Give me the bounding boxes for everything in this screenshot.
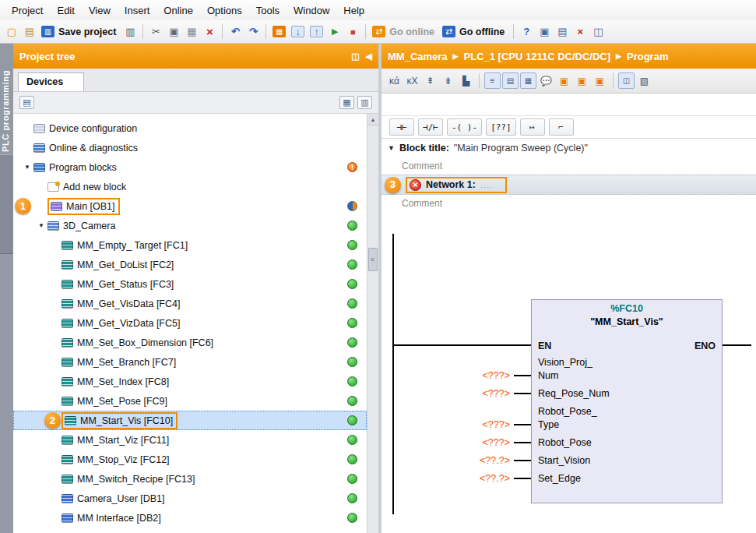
tree-item[interactable]: MM_Set_Box_Dimension [FC6] xyxy=(13,333,367,352)
details-view-icon[interactable]: ▦ xyxy=(339,96,354,109)
delete-icon[interactable]: × xyxy=(201,23,218,41)
cut-icon[interactable]: ✂ xyxy=(147,23,164,41)
tree-item[interactable]: 2MM_Start_Vis [FC10] xyxy=(13,411,367,430)
menu-options[interactable]: Options xyxy=(200,5,249,16)
tree-item[interactable]: Add new block xyxy=(13,177,367,196)
tab-devices[interactable]: Devices xyxy=(18,72,84,91)
copy-icon[interactable]: ▣ xyxy=(165,23,182,41)
tree-item[interactable]: ▼3D_Camera xyxy=(13,216,367,235)
tree-item[interactable]: Online & diagnostics xyxy=(13,138,367,157)
menu-tools[interactable]: Tools xyxy=(249,5,287,16)
expander-icon[interactable]: ▼ xyxy=(35,222,47,229)
split-view-icon[interactable]: ◫ xyxy=(618,72,635,89)
pin-operand[interactable]: <???> xyxy=(483,419,510,430)
ladder-tool-3[interactable]: [??] xyxy=(486,118,516,136)
tree-item[interactable]: MM_Switch_Recipe [FC13] xyxy=(13,469,367,489)
tree-item[interactable]: 1Main [OB1] xyxy=(13,196,367,216)
favorites-remove-icon[interactable]: ▣ xyxy=(574,72,590,89)
go-offline-icon[interactable]: ⇄ xyxy=(442,26,455,37)
tree-item[interactable]: ▼Program blocks! xyxy=(13,157,367,177)
collapse-arrow-icon[interactable]: ▼ xyxy=(388,144,395,152)
block-comment[interactable]: Comment xyxy=(382,157,756,175)
list-view-icon[interactable]: ▥ xyxy=(357,96,372,109)
new-project-icon[interactable]: ▢ xyxy=(3,23,20,41)
window-icon[interactable]: ▤ xyxy=(554,23,571,41)
jump-icon[interactable]: ▣ xyxy=(592,72,608,89)
menu-view[interactable]: View xyxy=(82,5,118,16)
settings-icon[interactable]: ▧ xyxy=(636,72,652,89)
ff-table-icon[interactable]: ⇞ xyxy=(422,72,438,89)
favorites-add-icon[interactable]: ▣ xyxy=(556,72,572,89)
block-title-value[interactable]: "Main Program Sweep (Cycle)" xyxy=(454,143,588,154)
start-cpu-icon[interactable]: ▶ xyxy=(326,23,343,41)
tree-item[interactable]: MM_Start_Viz [FC11] xyxy=(13,430,367,450)
print-icon[interactable]: ▥ xyxy=(121,23,139,41)
breadcrumb-segment[interactable]: MM_Camera xyxy=(388,51,448,62)
pencil-icon[interactable]: ▙ xyxy=(458,72,474,89)
menu-edit[interactable]: Edit xyxy=(50,5,81,16)
stop-cpu-icon[interactable]: ■ xyxy=(344,23,361,41)
upload-from-device-icon[interactable]: ↑ xyxy=(310,26,323,37)
ff-table2-icon[interactable]: ⇟ xyxy=(440,72,456,89)
window-icon[interactable]: ▣ xyxy=(536,23,553,41)
collapse-panel-icon[interactable]: ◀ xyxy=(366,51,372,62)
expander-icon[interactable]: ▼ xyxy=(21,164,33,171)
ladder-tool-2[interactable]: -( )- xyxy=(447,118,482,136)
scroll-up-icon[interactable]: ▲ xyxy=(367,114,378,125)
pin-operand[interactable]: <??.?> xyxy=(480,455,510,466)
collapse-networks-icon[interactable]: ▤ xyxy=(502,72,519,89)
pin-panel-icon[interactable]: ◫ xyxy=(351,51,359,62)
fc-block[interactable]: %FC10 "MM_Start_Vis" EN ENO Vision_Proj_… xyxy=(531,299,723,503)
go-online-label[interactable]: Go online xyxy=(389,26,434,37)
menu-help[interactable]: Help xyxy=(336,5,371,16)
pin-operand[interactable]: <???> xyxy=(483,370,510,381)
menu-project[interactable]: Project xyxy=(5,5,50,16)
download-to-device-icon[interactable]: ↓ xyxy=(291,26,304,37)
tree-item[interactable]: Camera_User [DB1] xyxy=(13,489,367,508)
tree-scrollbar[interactable]: ▲ ≡ xyxy=(367,114,378,533)
split-editor-icon[interactable]: ◫ xyxy=(589,23,607,41)
close-icon[interactable]: × xyxy=(571,23,589,41)
save-project-label[interactable]: Save project xyxy=(58,26,116,37)
compile-icon[interactable]: ▦ xyxy=(273,26,286,37)
tree-item[interactable]: MM_Empty_ Target [FC1] xyxy=(13,235,367,255)
tree-item[interactable]: Device configuration xyxy=(13,118,367,138)
tree-item[interactable]: MM_Set_Index [FC8] xyxy=(13,372,367,391)
network-label[interactable]: Network 1: xyxy=(426,179,476,190)
tree-item[interactable]: MM_Get_DoList [FC2] xyxy=(13,255,367,274)
edit-device-icon[interactable]: ▤ xyxy=(19,96,34,109)
tree-item[interactable]: MM_Get_VizData [FC5] xyxy=(13,313,367,333)
scrollbar-thumb[interactable]: ≡ xyxy=(368,248,378,271)
help-icon[interactable]: ? xyxy=(518,23,535,41)
menu-insert[interactable]: Insert xyxy=(118,5,157,16)
paste-icon[interactable]: ▦ xyxy=(183,23,200,41)
pin-operand[interactable]: <??.?> xyxy=(480,473,510,484)
ladder-tool-0[interactable]: ⊣⊢ xyxy=(389,118,414,136)
ladder-tool-4[interactable]: ↦ xyxy=(520,118,545,136)
breadcrumb-segment[interactable]: PLC_1 [CPU 1211C DC/DC/DC] xyxy=(464,51,611,62)
redo-icon[interactable]: ↷ xyxy=(244,23,262,41)
pin-operand[interactable]: <???> xyxy=(483,388,510,399)
menu-online[interactable]: Online xyxy=(156,5,200,16)
open-project-icon[interactable]: ▤ xyxy=(21,23,38,41)
tree-item[interactable]: MM_Set_Pose [FC9] xyxy=(13,391,367,411)
expand-networks-icon[interactable]: ≡ xyxy=(484,72,501,89)
go-offline-label[interactable]: Go offline xyxy=(459,26,505,37)
tree-item[interactable]: MM_Get_Status [FC3] xyxy=(13,274,367,294)
task-strip-tab[interactable] xyxy=(0,154,13,254)
network-layout-icon[interactable]: ▦ xyxy=(520,72,536,89)
ladder-tool-5[interactable]: ⌐ xyxy=(549,118,574,136)
absolute-operands-icon[interactable]: κά xyxy=(386,72,403,89)
breadcrumb-segment[interactable]: Program xyxy=(627,51,668,62)
pin-operand[interactable]: <???> xyxy=(483,437,510,448)
comment-bubble-icon[interactable]: 💬 xyxy=(538,72,554,89)
undo-icon[interactable]: ↶ xyxy=(227,23,244,41)
tree-item[interactable]: MM_Set_Branch [FC7] xyxy=(13,352,367,372)
go-online-icon[interactable]: ⇄ xyxy=(372,26,385,37)
network-comment[interactable]: Comment xyxy=(382,195,756,212)
tree-item[interactable]: MM_Get_VisData [FC4] xyxy=(13,294,367,313)
tree-item[interactable]: MM_Stop_Viz [FC12] xyxy=(13,450,367,469)
save-project-icon[interactable]: ▥ xyxy=(41,26,55,37)
network-header[interactable]: 3 × Network 1: .... xyxy=(382,175,756,195)
ladder-tool-1[interactable]: ⊣/⊢ xyxy=(418,118,443,136)
